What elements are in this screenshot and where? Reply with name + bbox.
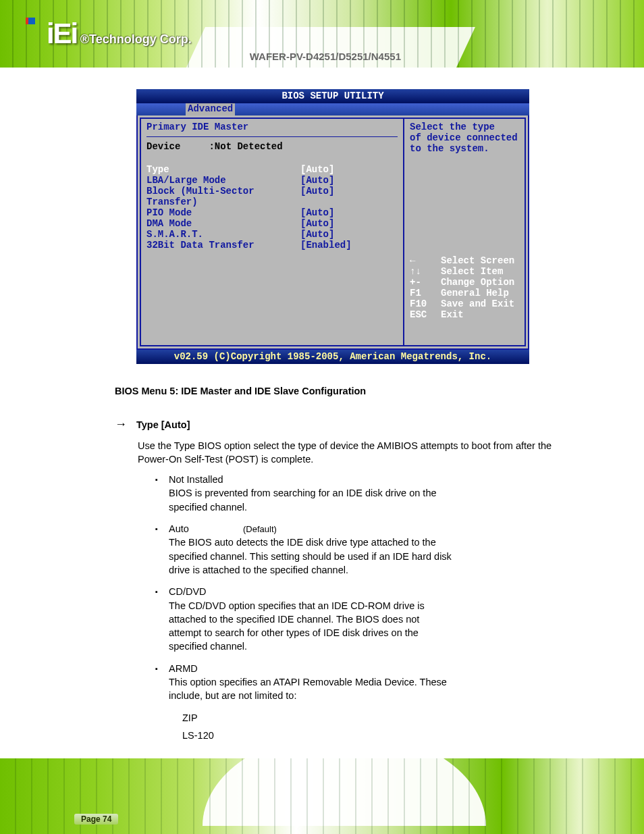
- bios-option-value: [Auto]: [300, 218, 334, 229]
- option-desc: The CD/DVD option specifies that an IDE …: [169, 599, 452, 654]
- bios-device-value: :Not Detected: [209, 141, 282, 152]
- bios-option-value: [Auto]: [300, 207, 334, 218]
- bios-nav-desc: Change Option: [441, 277, 514, 288]
- bios-device-row: Device :Not Detected: [146, 141, 398, 152]
- bios-option-label: PIO Mode: [146, 207, 300, 218]
- bios-nav-help: ←Select Screen↑↓Select Item+-Change Opti…: [410, 255, 519, 320]
- option-label: CD/DVD: [169, 585, 243, 598]
- bios-tab-bar: Advanced: [136, 103, 529, 115]
- setting-description: Use the Type BIOS option select the type…: [138, 439, 563, 467]
- option-item: CD/DVDThe CD/DVD option specifies that a…: [169, 585, 563, 653]
- bios-option-label: LBA/Large Mode: [146, 175, 300, 186]
- option-item: ARMDThis option specifies an ATAPI Remov…: [169, 662, 563, 703]
- bios-option-value: [Auto]: [300, 164, 334, 175]
- bios-screenshot: BIOS SETUP UTILITY Advanced Primary IDE …: [136, 89, 529, 364]
- bios-nav-key: +-: [410, 277, 441, 288]
- option-desc: The BIOS auto detects the IDE disk drive…: [169, 536, 452, 577]
- default-marker: (Default): [243, 523, 290, 536]
- bios-option-row[interactable]: DMA Mode[Auto]: [146, 218, 398, 229]
- option-desc: BIOS is prevented from searching for an …: [169, 486, 452, 514]
- bios-option-row[interactable]: LBA/Large Mode[Auto]: [146, 175, 398, 186]
- setting-heading: → Type [Auto]: [115, 418, 563, 432]
- footer-banner: Page 74: [0, 758, 644, 834]
- bios-left-panel: Primary IDE Master Device :Not Detected …: [140, 118, 404, 346]
- bios-section-title: Primary IDE Master: [146, 122, 398, 134]
- bios-nav-desc: Select Item: [441, 266, 503, 277]
- option-item: Not InstalledBIOS is prevented from sear…: [169, 473, 563, 514]
- bios-footer: v02.59 (C)Copyright 1985-2005, American …: [136, 350, 529, 364]
- bios-nav-key: ←: [410, 255, 441, 266]
- document-body: BIOS Menu 5: IDE Master and IDE Slave Co…: [115, 384, 563, 742]
- figure-caption: BIOS Menu 5: IDE Master and IDE Slave Co…: [115, 384, 563, 398]
- bios-help-line: of device connected: [410, 132, 519, 143]
- header-banner: iEi ®Technology Corp. WAFER-PV-D4251/D52…: [0, 0, 644, 68]
- bios-option-label: 32Bit Data Transfer: [146, 240, 300, 251]
- bios-option-label: Block (Multi-Sector Transfer): [146, 186, 300, 207]
- bios-nav-key: ESC: [410, 309, 441, 320]
- logo-subtext: ®Technology Corp.: [80, 32, 192, 46]
- logo-text: iEi: [47, 18, 77, 49]
- bios-option-label: DMA Mode: [146, 218, 300, 229]
- option-label: Auto: [169, 522, 243, 536]
- bios-nav-key: F10: [410, 298, 441, 309]
- page-label: Page 74: [74, 814, 118, 825]
- sub-item: ZIP: [182, 711, 563, 725]
- brand-logo: iEi ®Technology Corp.: [27, 18, 192, 50]
- option-item: Auto(Default) The BIOS auto detects the …: [169, 522, 563, 577]
- setting-name: Type [Auto]: [136, 418, 190, 432]
- bios-option-row[interactable]: Type[Auto]: [146, 164, 398, 175]
- bios-option-value: [Auto]: [300, 186, 334, 207]
- bios-option-row[interactable]: PIO Mode[Auto]: [146, 207, 398, 218]
- product-code: WAFER-PV-D4251/D5251/N4551: [250, 51, 401, 62]
- bios-nav-row: ESCExit: [410, 309, 519, 320]
- sub-item: LS-120: [182, 729, 563, 742]
- bios-nav-key: F1: [410, 288, 441, 298]
- bios-nav-row: ←Select Screen: [410, 255, 519, 266]
- bios-nav-key: ↑↓: [410, 266, 441, 277]
- bios-nav-desc: Save and Exit: [441, 298, 514, 309]
- bios-help-line: Select the type: [410, 122, 519, 132]
- bios-nav-desc: Select Screen: [441, 255, 514, 266]
- logo-blue-square-icon: [28, 18, 35, 24]
- bios-help-line: to the system.: [410, 143, 519, 154]
- arrow-right-icon: →: [115, 418, 128, 432]
- bios-nav-row: +-Change Option: [410, 277, 519, 288]
- bios-right-panel: Select the type of device connected to t…: [404, 118, 526, 346]
- bios-option-value: [Auto]: [300, 175, 334, 186]
- bios-nav-row: F10Save and Exit: [410, 298, 519, 309]
- bios-title: BIOS SETUP UTILITY: [136, 89, 529, 103]
- page-number: Page 74: [74, 814, 118, 825]
- option-list: Not InstalledBIOS is prevented from sear…: [169, 473, 563, 702]
- bios-body: Primary IDE Master Device :Not Detected …: [136, 115, 529, 350]
- bios-nav-desc: Exit: [441, 309, 464, 320]
- bios-option-row[interactable]: S.M.A.R.T.[Auto]: [146, 229, 398, 240]
- bios-option-row[interactable]: Block (Multi-Sector Transfer)[Auto]: [146, 186, 398, 207]
- bios-option-value: [Auto]: [300, 229, 334, 240]
- bios-option-label: S.M.A.R.T.: [146, 229, 300, 240]
- bios-tab-advanced[interactable]: Advanced: [186, 103, 235, 115]
- bios-option-label: Type: [146, 164, 300, 175]
- bios-nav-row: ↑↓Select Item: [410, 266, 519, 277]
- bios-device-label: Device: [146, 141, 180, 152]
- bios-option-value: [Enabled]: [300, 240, 352, 251]
- bios-nav-desc: General Help: [441, 288, 509, 298]
- bios-option-row[interactable]: 32Bit Data Transfer[Enabled]: [146, 240, 398, 251]
- option-desc: This option specifies an ATAPI Removable…: [169, 675, 452, 703]
- bios-nav-row: F1General Help: [410, 288, 519, 298]
- divider: [146, 136, 398, 137]
- option-label: ARMD: [169, 662, 243, 675]
- option-label: Not Installed: [169, 473, 243, 486]
